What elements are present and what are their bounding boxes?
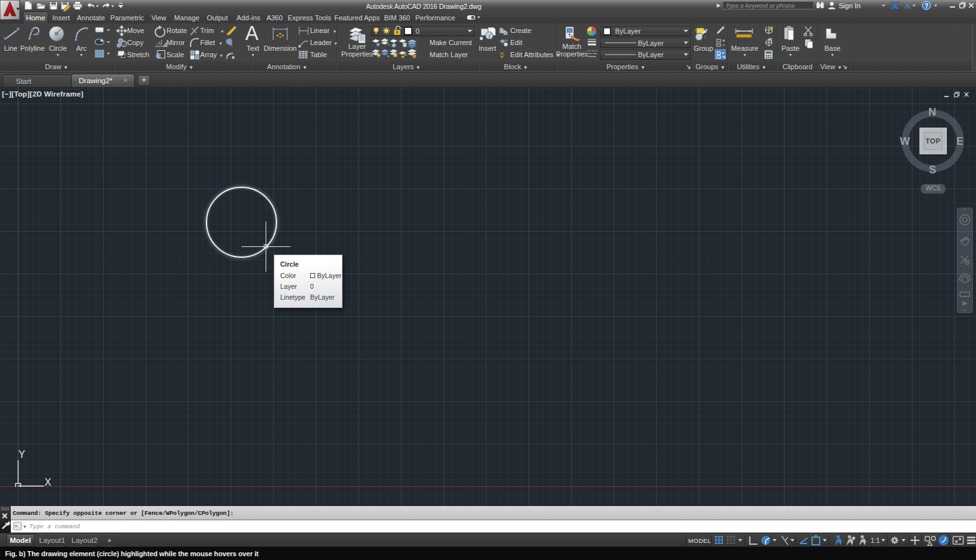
svg-text:A: A [245,23,259,44]
svg-text:X: X [44,477,51,487]
svg-text:ByLayer: ByLayer [615,27,641,35]
svg-text:0: 0 [416,27,419,35]
svg-text:ByLayer: ByLayer [638,51,664,58]
svg-text:ByLayer: ByLayer [638,39,664,47]
svg-text:MODEL: MODEL [688,537,712,544]
svg-text:?: ? [925,3,928,10]
svg-text:1:1: 1:1 [871,537,880,544]
svg-text:Sign In: Sign In [839,2,860,10]
svg-text:Y: Y [18,449,25,460]
